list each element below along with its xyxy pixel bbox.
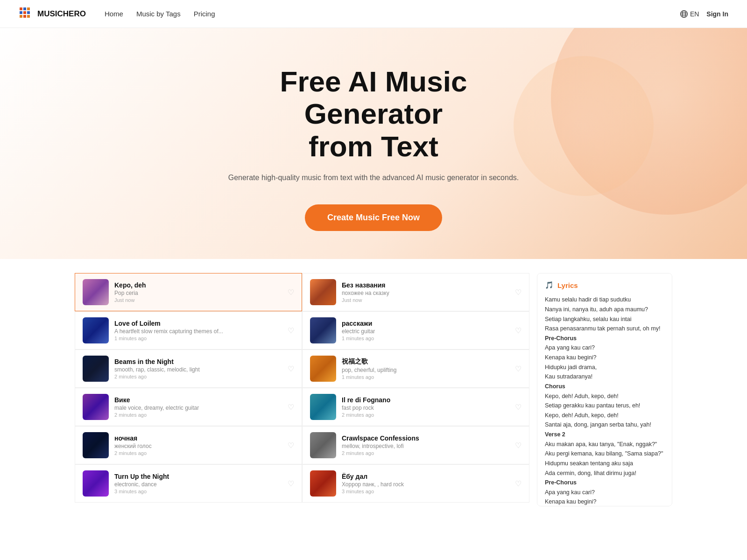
song-title: Beams in the Night (114, 358, 282, 365)
songs-grid: Kepo, deh Pop ceria Just now ♡ Без назва… (75, 273, 529, 503)
heart-icon[interactable]: ♡ (288, 288, 294, 297)
song-thumbnail (310, 470, 336, 497)
heart-icon[interactable]: ♡ (288, 326, 294, 335)
song-card[interactable]: Il re di Fognano fast pop rock 2 minutes… (302, 388, 529, 426)
song-tags: женский голос (114, 443, 282, 449)
svg-rect-3 (20, 11, 22, 14)
song-card[interactable]: Ёбу дал Хоррор панк, , hard rock 3 minut… (302, 464, 529, 503)
song-time: 2 minutes ago (342, 412, 509, 418)
lyrics-icon: 🎵 (545, 281, 554, 289)
song-title: Love of Loilem (114, 320, 282, 327)
heart-icon[interactable]: ♡ (515, 403, 521, 412)
heart-icon[interactable]: ♡ (288, 441, 294, 450)
nav-home[interactable]: Home (105, 10, 123, 18)
sign-in-button[interactable]: Sign In (706, 10, 728, 18)
svg-rect-4 (23, 11, 26, 14)
hero-subtitle: Generate high-quality music from text wi… (19, 174, 728, 182)
song-card[interactable]: 祝福之歌 pop, cheerful, uplifting 1 minutes … (302, 350, 529, 388)
song-info: расскажи electric guitar 1 minutes ago (342, 320, 509, 341)
song-info: Love of Loilem A heartfelt slow remix ca… (114, 320, 282, 341)
cta-button[interactable]: Create Music Free Now (305, 204, 442, 231)
svg-rect-0 (20, 7, 22, 10)
song-thumbnail (83, 394, 109, 420)
logo-icon (19, 7, 34, 21)
svg-rect-2 (27, 7, 30, 10)
song-time: Just now (342, 297, 509, 303)
heart-icon[interactable]: ♡ (515, 441, 521, 450)
song-title: Il re di Fognano (342, 396, 509, 404)
nav-pricing[interactable]: Pricing (194, 10, 215, 18)
song-tags: pop, cheerful, uplifting (342, 367, 509, 373)
song-time: Just now (114, 297, 282, 303)
heart-icon[interactable]: ♡ (515, 288, 521, 297)
song-card[interactable]: Turn Up the Night electronic, dance 3 mi… (75, 464, 302, 503)
nav-right: EN Sign In (680, 10, 728, 18)
song-time: 2 minutes ago (114, 412, 282, 418)
song-tags: fast pop rock (342, 405, 509, 411)
song-title: ночная (114, 434, 282, 442)
hero-section: Free AI Music Generator from Text Genera… (0, 28, 747, 259)
heart-icon[interactable]: ♡ (515, 479, 521, 488)
song-thumbnail (310, 432, 336, 458)
song-thumbnail (83, 317, 109, 343)
song-time: 2 minutes ago (114, 450, 282, 456)
song-card[interactable]: Love of Loilem A heartfelt slow remix ca… (75, 311, 302, 350)
song-card[interactable]: Kepo, deh Pop ceria Just now ♡ (75, 273, 302, 311)
song-info: Вике male voice, dreamy, electric guitar… (114, 396, 282, 418)
nav-left: MUSICHERO Home Music by Tags Pricing (19, 7, 215, 21)
svg-rect-8 (27, 15, 30, 18)
song-thumbnail (83, 279, 109, 305)
lyrics-title: Lyrics (557, 281, 578, 289)
song-card[interactable]: ночная женский голос 2 minutes ago ♡ (75, 426, 302, 464)
song-info: Turn Up the Night electronic, dance 3 mi… (114, 473, 282, 494)
nav-links: Home Music by Tags Pricing (105, 10, 215, 18)
heart-icon[interactable]: ♡ (515, 364, 521, 373)
heart-icon[interactable]: ♡ (288, 364, 294, 373)
song-card[interactable]: Без названия похожее на сказку Just now … (302, 273, 529, 311)
song-title: Kepo, deh (114, 281, 282, 289)
song-tags: electronic, dance (114, 481, 282, 488)
heart-icon[interactable]: ♡ (288, 479, 294, 488)
lyrics-header: 🎵 Lyrics (545, 281, 664, 289)
heart-icon[interactable]: ♡ (288, 403, 294, 412)
navbar: MUSICHERO Home Music by Tags Pricing EN … (0, 0, 747, 28)
song-time: 3 minutes ago (114, 489, 282, 494)
song-title: Crawlspace Confessions (342, 434, 509, 442)
svg-rect-7 (23, 15, 26, 18)
song-card[interactable]: расскажи electric guitar 1 minutes ago ♡ (302, 311, 529, 350)
song-card[interactable]: Crawlspace Confessions mellow, introspec… (302, 426, 529, 464)
song-time: 1 minutes ago (114, 336, 282, 341)
song-title: расскажи (342, 320, 509, 327)
song-tags: mellow, introspective, lofi (342, 443, 509, 449)
song-thumbnail (83, 470, 109, 497)
song-thumbnail (83, 356, 109, 382)
lyrics-text: Kamu selalu hadir di tiap sudutku Nanya … (545, 295, 664, 506)
logo[interactable]: MUSICHERO (19, 7, 86, 21)
song-tags: Pop ceria (114, 290, 282, 296)
song-info: Beams in the Night smooth, rap, classic,… (114, 358, 282, 379)
globe-icon (680, 10, 688, 18)
song-time: 1 minutes ago (342, 374, 509, 380)
song-card[interactable]: Вике male voice, dreamy, electric guitar… (75, 388, 302, 426)
svg-rect-5 (27, 11, 30, 14)
logo-text: MUSICHERO (37, 9, 86, 19)
lang-label: EN (690, 10, 699, 18)
song-time: 3 minutes ago (342, 489, 509, 494)
song-tags: male voice, dreamy, electric guitar (114, 405, 282, 411)
song-info: Ёбу дал Хоррор панк, , hard rock 3 minut… (342, 473, 509, 494)
song-info: Kepo, deh Pop ceria Just now (114, 281, 282, 303)
song-title: 祝福之歌 (342, 357, 509, 366)
song-tags: smooth, rap, classic, melodic, light (114, 366, 282, 373)
nav-music-by-tags[interactable]: Music by Tags (136, 10, 181, 18)
song-thumbnail (310, 356, 336, 382)
heart-icon[interactable]: ♡ (515, 326, 521, 335)
lyrics-panel: 🎵 Lyrics Kamu selalu hadir di tiap sudut… (537, 273, 672, 506)
song-title: Ёбу дал (342, 473, 509, 480)
song-thumbnail (83, 432, 109, 458)
hero-title: Free AI Music Generator from Text (210, 65, 537, 162)
language-selector[interactable]: EN (680, 10, 699, 18)
song-card[interactable]: Beams in the Night smooth, rap, classic,… (75, 350, 302, 388)
song-thumbnail (310, 317, 336, 343)
svg-rect-6 (20, 15, 22, 18)
content-area: Kepo, deh Pop ceria Just now ♡ Без назва… (0, 259, 747, 520)
